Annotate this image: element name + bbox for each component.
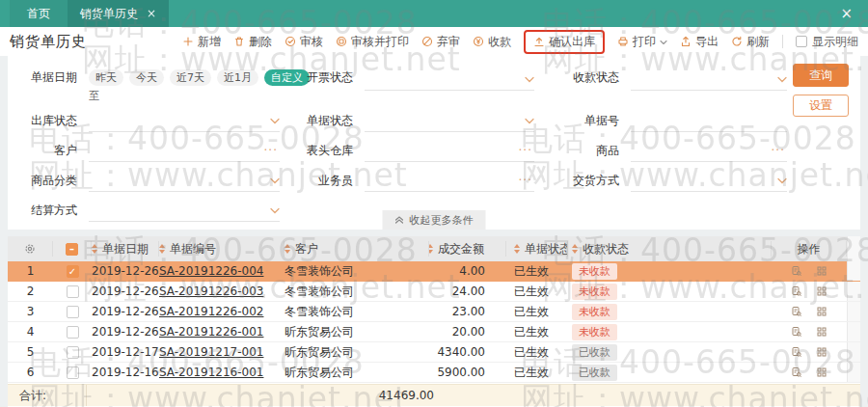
refresh-icon: [731, 36, 743, 47]
customer-picker[interactable]: ···: [89, 141, 280, 162]
confirm-outbound-button[interactable]: 确认出库: [524, 30, 605, 54]
doc-no-link[interactable]: SA-20191226-003: [159, 285, 263, 298]
chevron-down-icon: [270, 118, 280, 124]
collect-payment-button[interactable]: 收款: [473, 34, 511, 50]
doc-status: 已生效: [506, 324, 568, 340]
view-doc-icon[interactable]: [791, 306, 802, 317]
header-doc-status[interactable]: 单据状态: [506, 241, 568, 257]
refresh-button[interactable]: 刷新: [731, 34, 770, 50]
sort-icon[interactable]: [159, 244, 165, 254]
chip-yesterday[interactable]: 昨天: [89, 69, 123, 86]
related-docs-icon[interactable]: [816, 346, 827, 358]
delivery-method-select[interactable]: [631, 171, 787, 192]
filter-label-invoice-status: 开票状态: [280, 69, 365, 86]
settings-button[interactable]: 设置: [793, 95, 849, 117]
header-amount[interactable]: 成交金额: [429, 241, 506, 257]
table-scrollbar[interactable]: [847, 261, 860, 281]
ellipsis-icon: ···: [519, 144, 534, 157]
row-number: 4: [8, 325, 53, 339]
doc-no-link[interactable]: SA-20191216-001: [159, 366, 263, 379]
row-checkbox[interactable]: [67, 265, 79, 278]
export-button[interactable]: 导出: [680, 34, 719, 50]
table-row[interactable]: 6 2019-12-16 SA-20191216-001 昕东贸易公司 5900…: [8, 363, 860, 383]
related-docs-icon[interactable]: [816, 265, 827, 277]
sales-history-table: 单据日期 单据编号 客户 成交金额 单据状态 收款状态 操作 1 2019-12…: [8, 236, 860, 407]
filter-label-product-category: 商品分类: [8, 173, 89, 189]
panel-close-icon[interactable]: ×: [840, 5, 853, 22]
table-row[interactable]: 3 2019-12-26 SA-20191226-002 冬雪装饰公司 23.0…: [8, 302, 860, 322]
doc-no-link[interactable]: SA-20191217-001: [159, 345, 263, 359]
settlement-method-select[interactable]: [89, 201, 280, 222]
header-payment-status[interactable]: 收款状态: [568, 241, 772, 257]
audit-print-icon: [336, 36, 347, 47]
table-scrollbar[interactable]: [847, 282, 860, 301]
outbound-status-select[interactable]: [89, 111, 280, 132]
checkbox-icon[interactable]: [796, 36, 807, 47]
table-scrollbar[interactable]: [847, 302, 860, 321]
table-scrollbar[interactable]: [847, 236, 860, 261]
table-row[interactable]: 5 2019-12-17 SA-20191217-001 昕东贸易公司 4340…: [8, 342, 860, 363]
chip-last7days[interactable]: 近7天: [170, 69, 211, 86]
unaudit-button[interactable]: 弃审: [421, 34, 460, 50]
payment-status-select[interactable]: [631, 69, 787, 91]
chevron-down-icon: [270, 177, 280, 184]
table-scrollbar[interactable]: [847, 322, 860, 341]
view-doc-icon[interactable]: [791, 346, 802, 358]
tab-home[interactable]: 首页: [10, 0, 68, 27]
show-detail-checkbox[interactable]: 显示明细: [796, 34, 858, 50]
customer-name: 昕东贸易公司: [285, 344, 429, 361]
table-row[interactable]: 1 2019-12-26 SA-20191226-004 冬雪装饰公司 4.00…: [8, 261, 860, 282]
row-checkbox[interactable]: [67, 366, 79, 379]
product-picker[interactable]: ···: [631, 141, 787, 162]
column-settings-gear-icon[interactable]: [8, 241, 53, 257]
product-category-select[interactable]: [89, 171, 280, 192]
row-checkbox[interactable]: [67, 285, 79, 298]
table-scrollbar[interactable]: [847, 342, 860, 362]
table-row[interactable]: 2 2019-12-26 SA-20191226-003 冬雪装饰公司 24.0…: [8, 282, 860, 302]
add-button[interactable]: 新增: [182, 34, 221, 50]
filter-label-date: 单据日期: [8, 69, 89, 86]
view-doc-icon[interactable]: [791, 285, 802, 297]
doc-no-input[interactable]: [631, 111, 787, 132]
header-customer[interactable]: 客户: [285, 241, 429, 257]
amount: 4340.00: [429, 345, 506, 359]
related-docs-icon[interactable]: [816, 306, 827, 317]
sort-icon[interactable]: [572, 244, 578, 254]
collapse-conditions-button[interactable]: 收起更多条件: [383, 210, 486, 230]
print-button[interactable]: 打印: [617, 34, 667, 50]
view-doc-icon[interactable]: [791, 326, 802, 338]
sort-icon[interactable]: [285, 244, 290, 254]
view-doc-icon[interactable]: [791, 265, 802, 277]
sort-icon[interactable]: [92, 244, 97, 254]
row-checkbox[interactable]: [67, 326, 79, 339]
related-docs-icon[interactable]: [816, 326, 827, 338]
doc-no-link[interactable]: SA-20191226-004: [159, 264, 263, 278]
invoice-status-select[interactable]: [365, 69, 534, 91]
tab-sales-history[interactable]: 销货单历史 ×: [68, 0, 169, 27]
query-button[interactable]: 查询: [793, 64, 849, 87]
view-doc-icon[interactable]: [791, 366, 802, 378]
sort-icon[interactable]: [514, 244, 520, 254]
row-checkbox[interactable]: [67, 346, 79, 359]
select-all-checkbox[interactable]: [66, 243, 78, 256]
table-row[interactable]: 4 2019-12-26 SA-20191226-001 昕东贸易公司 20.0…: [8, 322, 860, 342]
salesman-picker[interactable]: ···: [365, 171, 534, 192]
doc-no-link[interactable]: SA-20191226-001: [159, 325, 263, 339]
doc-status-select[interactable]: [365, 111, 534, 132]
row-checkbox[interactable]: [67, 306, 79, 318]
header-doc-no[interactable]: 单据编号: [159, 241, 285, 257]
audit-button[interactable]: 审核: [285, 34, 323, 50]
sort-icon[interactable]: [429, 244, 433, 254]
table-scrollbar[interactable]: [847, 363, 860, 382]
warehouse-picker[interactable]: ···: [365, 141, 534, 162]
related-docs-icon[interactable]: [816, 285, 827, 297]
delete-button[interactable]: 删除: [233, 34, 272, 50]
chip-today[interactable]: 今天: [129, 69, 164, 86]
chevron-down-icon: [270, 207, 280, 214]
tab-close-icon[interactable]: ×: [147, 7, 156, 20]
audit-print-button[interactable]: 审核并打印: [336, 34, 409, 50]
doc-no-link[interactable]: SA-20191226-002: [159, 305, 263, 318]
related-docs-icon[interactable]: [816, 366, 827, 378]
chip-last-month[interactable]: 近1月: [217, 69, 258, 86]
header-doc-date[interactable]: 单据日期: [92, 241, 159, 257]
